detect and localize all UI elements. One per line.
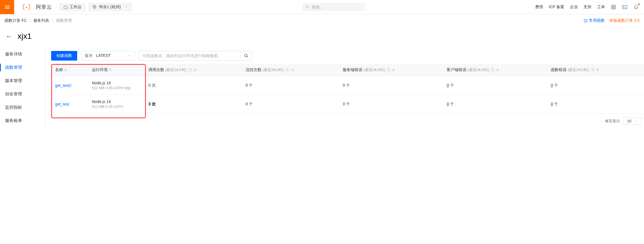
th-runtime[interactable]: 运行环境⇅ bbox=[88, 64, 144, 76]
breadcrumb-sep: / bbox=[30, 18, 31, 23]
top-right-nav: 费用 ICP 备案 企业 支持 工单 bbox=[535, 4, 644, 10]
svg-rect-5 bbox=[614, 7, 615, 9]
help-icon[interactable]: ? bbox=[188, 68, 192, 72]
help-icon[interactable]: ? bbox=[386, 68, 390, 72]
breadcrumb-fc[interactable]: 函数计算 FC bbox=[5, 18, 27, 23]
sort-icon: ⇅ bbox=[596, 68, 599, 72]
page-size-selector[interactable]: 10 bbox=[624, 117, 642, 125]
function-name-link[interactable]: get_test bbox=[55, 102, 69, 106]
search-icon bbox=[244, 53, 248, 58]
svg-rect-6 bbox=[623, 5, 627, 9]
version-selector[interactable]: 版本 LATEST bbox=[81, 51, 135, 61]
workspace-label: 工作台 bbox=[70, 5, 81, 10]
th-throttled[interactable]: 流控次数 (最近24小时) ?⇅ bbox=[242, 64, 339, 76]
func-errors-link[interactable]: 0 bbox=[551, 83, 553, 87]
hamburger-menu[interactable] bbox=[0, 0, 14, 14]
svg-rect-3 bbox=[614, 5, 615, 7]
svg-rect-4 bbox=[611, 7, 613, 9]
sidebar-item-billing[interactable]: 服务账单 bbox=[0, 114, 45, 127]
create-function-button[interactable]: 创建函数 bbox=[51, 51, 77, 61]
function-search-input[interactable] bbox=[139, 51, 240, 60]
pagination: 每页显示: 10 bbox=[51, 114, 644, 129]
sidebar-item-monitor[interactable]: 监控指标 bbox=[0, 101, 45, 114]
search-icon bbox=[306, 5, 310, 9]
sidebar-item-function-mgmt[interactable]: 函数管理 bbox=[0, 61, 45, 74]
func-errors-link[interactable]: 0 bbox=[551, 102, 553, 106]
notification-icon-button[interactable] bbox=[633, 4, 639, 10]
breadcrumb-current: 函数管理 bbox=[56, 18, 72, 23]
location-icon bbox=[92, 5, 97, 9]
throttled-cell: 0 个 bbox=[242, 95, 339, 114]
sort-icon: ⇅ bbox=[109, 68, 112, 72]
page-size-label: 每页显示: bbox=[605, 119, 621, 124]
help-icon[interactable]: ? bbox=[286, 68, 289, 72]
help-icon[interactable]: ? bbox=[490, 68, 494, 72]
page-size-value: 10 bbox=[627, 119, 631, 123]
clock-icon bbox=[584, 19, 588, 23]
logo-text: 阿里云 bbox=[36, 4, 52, 10]
svg-point-0 bbox=[94, 6, 95, 7]
sort-icon: ⇅ bbox=[496, 68, 499, 72]
client-errors-link[interactable]: 0 bbox=[447, 102, 449, 106]
chevron-down-icon bbox=[125, 5, 128, 9]
breadcrumb-services[interactable]: 服务列表 bbox=[33, 18, 49, 23]
notification-dot bbox=[638, 3, 640, 5]
page-title-row: ← xjx1 bbox=[0, 27, 644, 48]
nav-enterprise[interactable]: 企业 bbox=[570, 5, 578, 10]
global-search[interactable] bbox=[302, 3, 365, 11]
sidebar: 服务详情 函数管理 版本管理 别名管理 监控指标 服务账单 bbox=[0, 48, 45, 129]
sort-icon: ⇅ bbox=[64, 68, 67, 72]
table-row: get_test2 Node.js 16 512 MB 0.35 vCPU ht… bbox=[51, 76, 644, 95]
svg-rect-2 bbox=[611, 5, 613, 7]
runtime-sub: 512 MB 0.35 vCPU http bbox=[92, 86, 141, 90]
client-errors-link[interactable]: 0 bbox=[447, 83, 449, 87]
sidebar-item-alias-mgmt[interactable]: 别名管理 bbox=[0, 87, 45, 101]
nav-support[interactable]: 支持 bbox=[584, 5, 591, 10]
global-search-input[interactable] bbox=[312, 5, 361, 9]
nav-ticket[interactable]: 工单 bbox=[597, 5, 605, 10]
search-wrap bbox=[132, 3, 535, 11]
toolbar: 创建函数 版本 LATEST bbox=[51, 48, 644, 64]
function-name-link[interactable]: get_test2 bbox=[55, 83, 72, 88]
workspace-button[interactable]: 工作台 bbox=[59, 3, 85, 11]
runtime-cell: Node.js 16 512 MB 0.35 vCPU bbox=[88, 95, 144, 114]
region-selector[interactable]: 华东1 (杭州) bbox=[88, 3, 132, 11]
terminal-icon-button[interactable] bbox=[622, 4, 628, 10]
th-name[interactable]: 名称⇅ bbox=[51, 64, 88, 76]
app-icon[interactable] bbox=[611, 4, 616, 10]
region-label: 华东1 (杭州) bbox=[99, 5, 121, 10]
common-functions-label: 常用函数 bbox=[589, 18, 605, 23]
table-wrap: 名称⇅ 运行环境⇅ 调用次数 (最近24小时) ?⇅ 流控次数 (最近24小时)… bbox=[51, 64, 644, 114]
breadcrumb-row: 函数计算 FC / 服务列表 / 函数管理 常用函数 体验函数计算 3.0 bbox=[0, 14, 644, 27]
nav-billing[interactable]: 费用 bbox=[535, 5, 543, 10]
nav-icp[interactable]: ICP 备案 bbox=[549, 5, 564, 10]
logo-bracket-icon: 〔-〕 bbox=[19, 3, 34, 11]
main-layout: 服务详情 函数管理 版本管理 别名管理 监控指标 服务账单 创建函数 版本 LA… bbox=[0, 48, 644, 129]
common-functions-link[interactable]: 常用函数 bbox=[584, 18, 605, 23]
chevron-down-icon bbox=[635, 120, 638, 123]
help-icon[interactable]: ? bbox=[591, 68, 595, 72]
apps-icon bbox=[611, 5, 616, 10]
th-server-errors[interactable]: 服务端错误 (最近24小时) ?⇅ bbox=[339, 64, 443, 76]
breadcrumb-sep: / bbox=[52, 18, 53, 23]
logo[interactable]: 〔-〕 阿里云 bbox=[14, 3, 57, 11]
back-button[interactable]: ← bbox=[6, 32, 12, 40]
server-errors-cell: 0 个 bbox=[339, 76, 443, 95]
th-invocations[interactable]: 调用次数 (最近24小时) ?⇅ bbox=[144, 64, 242, 76]
invocations-cell: 3 次 bbox=[144, 95, 242, 114]
hamburger-icon bbox=[4, 4, 10, 10]
sort-icon: ⇅ bbox=[392, 68, 395, 72]
terminal-icon bbox=[622, 5, 627, 10]
try-fc3-link[interactable]: 体验函数计算 3.0 bbox=[609, 18, 639, 23]
bell-icon bbox=[634, 5, 639, 10]
runtime-main: Node.js 16 bbox=[92, 99, 141, 104]
sidebar-item-service-detail[interactable]: 服务详情 bbox=[0, 48, 45, 61]
svg-point-8 bbox=[245, 54, 247, 57]
server-errors-cell: 0 个 bbox=[339, 95, 443, 114]
th-func-errors[interactable]: 函数错误 (最近24小时) ?⇅ bbox=[547, 64, 644, 76]
function-search-button[interactable] bbox=[240, 51, 252, 60]
sort-icon: ⇅ bbox=[291, 68, 294, 72]
th-client-errors[interactable]: 客户端错误 (最近24小时) ?⇅ bbox=[443, 64, 547, 76]
runtime-main: Node.js 16 bbox=[92, 81, 141, 85]
sidebar-item-version-mgmt[interactable]: 版本管理 bbox=[0, 74, 45, 87]
